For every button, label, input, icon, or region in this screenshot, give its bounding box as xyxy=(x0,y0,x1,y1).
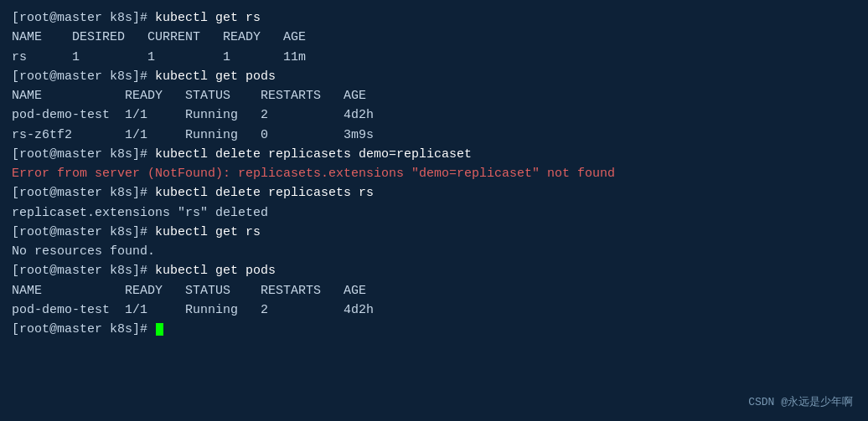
watermark: CSDN @永远是少年啊 xyxy=(748,394,853,411)
output-text: replicaset.extensions "rs" deleted xyxy=(12,206,268,220)
terminal-line: [root@master k8s]# kubectl get rs xyxy=(12,223,856,242)
terminal-line: NAME READY STATUS RESTARTS AGE xyxy=(12,281,856,300)
terminal-line: [root@master k8s]# kubectl get rs xyxy=(12,8,856,28)
prompt-text: [root@master k8s]# xyxy=(12,264,155,278)
prompt-text: [root@master k8s]# xyxy=(12,322,155,336)
terminal-line: replicaset.extensions "rs" deleted xyxy=(12,203,856,223)
prompt-text: [root@master k8s]# xyxy=(12,11,155,25)
command-text: kubectl delete replicasets rs xyxy=(155,186,374,200)
command-text: kubectl get rs xyxy=(155,225,261,239)
command-text: kubectl get pods xyxy=(155,69,276,84)
command-text: kubectl delete replicasets demo=replicas… xyxy=(155,147,472,162)
command-text: kubectl get pods xyxy=(155,264,276,278)
terminal-line: NAME DESIRED CURRENT READY AGE xyxy=(12,28,856,47)
terminal-line: [root@master k8s]# kubectl delete replic… xyxy=(12,145,856,164)
header-text: NAME DESIRED CURRENT READY AGE xyxy=(12,30,306,44)
terminal-line: rs 1 1 1 11m xyxy=(12,48,856,67)
terminal: [root@master k8s]# kubectl get rsNAME DE… xyxy=(0,0,868,421)
prompt-text: [root@master k8s]# xyxy=(12,225,155,239)
output-text: rs 1 1 1 11m xyxy=(12,50,306,64)
cursor xyxy=(156,323,163,336)
output-text: rs-z6tf2 1/1 Running 0 3m9s xyxy=(12,128,374,142)
prompt-text: [root@master k8s]# xyxy=(12,147,155,162)
command-text: kubectl get rs xyxy=(155,11,261,25)
output-text: pod-demo-test 1/1 Running 2 4d2h xyxy=(12,108,374,122)
terminal-line: No resources found. xyxy=(12,242,856,261)
terminal-line: [root@master k8s]# kubectl get pods xyxy=(12,67,856,86)
terminal-line: Error from server (NotFound): replicaset… xyxy=(12,164,856,183)
terminal-line: rs-z6tf2 1/1 Running 0 3m9s xyxy=(12,126,856,145)
output-text: No resources found. xyxy=(12,244,155,259)
prompt-text: [root@master k8s]# xyxy=(12,186,155,200)
terminal-line: pod-demo-test 1/1 Running 2 4d2h xyxy=(12,300,856,320)
output-text: pod-demo-test 1/1 Running 2 4d2h xyxy=(12,303,374,317)
terminal-line: [root@master k8s]# xyxy=(12,320,856,339)
error-text: Error from server (NotFound): replicaset… xyxy=(12,167,615,181)
prompt-text: [root@master k8s]# xyxy=(12,69,155,84)
terminal-line: [root@master k8s]# kubectl get pods xyxy=(12,261,856,280)
header-text: NAME READY STATUS RESTARTS AGE xyxy=(12,284,366,298)
terminal-line: [root@master k8s]# kubectl delete replic… xyxy=(12,183,856,203)
terminal-line: pod-demo-test 1/1 Running 2 4d2h xyxy=(12,105,856,125)
header-text: NAME READY STATUS RESTARTS AGE xyxy=(12,89,366,103)
terminal-line: NAME READY STATUS RESTARTS AGE xyxy=(12,86,856,105)
